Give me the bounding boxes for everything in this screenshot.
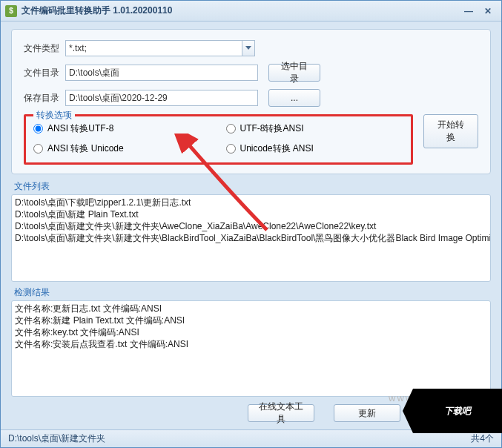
list-item[interactable]: D:\tools\桌面\新建文件夹\新建文件夹\BlackBirdTool_Xi… — [15, 232, 487, 244]
list-item[interactable]: D:\tools\桌面\下载吧\zipper1.2.1\更新日志.txt — [15, 197, 487, 208]
file-type-label: 文件类型 — [24, 42, 65, 55]
convert-options-fieldset: 转换选项 ANSI 转换UTF-8 UTF-8转换ANSI ANSI 转换 — [24, 114, 413, 165]
result-group: 检测结果 文件名称:更新日志.txt 文件编码:ANSI文件名称:新建 Plai… — [11, 286, 491, 397]
file-type-dropdown-button[interactable] — [242, 40, 255, 56]
radio-ansi-to-unicode-input[interactable] — [33, 144, 43, 154]
file-type-input[interactable] — [65, 40, 242, 56]
file-dir-label: 文件目录 — [24, 67, 65, 79]
window-title: 文件编码批里转换助手 1.01.20200110 — [22, 4, 458, 17]
file-dir-input[interactable] — [65, 65, 258, 81]
list-item[interactable]: D:\tools\桌面\新建 Plain Text.txt — [15, 208, 487, 220]
radio-ansi-to-utf8[interactable]: ANSI 转换UTF-8 — [33, 122, 211, 135]
minimize-button[interactable]: — — [460, 4, 478, 18]
radio-ansi-to-unicode[interactable]: ANSI 转换 Unicode — [33, 142, 211, 155]
online-tool-button[interactable]: 在线文本工具 — [248, 404, 314, 422]
list-item[interactable]: 文件名称:新建 Plain Text.txt 文件编码:ANSI — [15, 314, 487, 326]
list-item[interactable]: 文件名称:安装后点我查看.txt 文件编码:ANSI — [15, 338, 487, 350]
app-icon: $ — [5, 5, 17, 17]
radio-label: ANSI 转换 Unicode — [47, 142, 124, 155]
file-list-box[interactable]: D:\tools\桌面\下载吧\zipper1.2.1\更新日志.txtD:\t… — [11, 194, 491, 282]
save-dir-row: 保存目录 ... — [24, 89, 478, 107]
list-item[interactable]: 文件名称:key.txt 文件编码:ANSI — [15, 326, 487, 338]
select-dir-button[interactable]: 选中目录 — [268, 64, 320, 82]
radio-unicode-to-ansi-input[interactable] — [226, 144, 236, 154]
list-item[interactable]: D:\tools\桌面\新建文件夹\新建文件夹\AweClone_XiaZaiB… — [15, 220, 487, 232]
radio-ansi-to-utf8-input[interactable] — [33, 124, 43, 134]
file-type-row: 文件类型 — [24, 40, 478, 56]
save-dir-input[interactable] — [65, 90, 258, 106]
save-dir-label: 保存目录 — [24, 92, 65, 105]
chevron-down-icon — [245, 46, 251, 50]
titlebar: $ 文件编码批里转换助手 1.01.20200110 — ✕ — [1, 1, 501, 22]
file-list-title: 文件列表 — [11, 180, 491, 193]
browse-button[interactable]: ... — [268, 89, 320, 107]
update-button[interactable]: 更新 — [334, 404, 400, 422]
app-window: $ 文件编码批里转换助手 1.01.20200110 — ✕ 文件类型 文件目录… — [0, 0, 502, 448]
radio-label: ANSI 转换UTF-8 — [47, 122, 113, 135]
svg-marker-0 — [245, 46, 251, 50]
file-list-group: 文件列表 D:\tools\桌面\下载吧\zipper1.2.1\更新日志.tx… — [11, 180, 491, 282]
radio-label: UTF-8转换ANSI — [240, 122, 304, 135]
result-title: 检测结果 — [11, 286, 491, 299]
content-area: 文件类型 文件目录 选中目录 保存目录 ... 转换选项 — [1, 22, 501, 429]
radio-utf8-to-ansi[interactable]: UTF-8转换ANSI — [226, 122, 404, 135]
close-button[interactable]: ✕ — [479, 4, 497, 18]
list-item[interactable]: 文件名称:更新日志.txt 文件编码:ANSI — [15, 303, 487, 314]
start-convert-button[interactable]: 开始转换 — [423, 114, 478, 148]
result-list-box[interactable]: 文件名称:更新日志.txt 文件编码:ANSI文件名称:新建 Plain Tex… — [11, 300, 491, 397]
radio-unicode-to-ansi[interactable]: Unicode转换 ANSI — [226, 142, 404, 155]
options-legend: 转换选项 — [33, 109, 75, 122]
status-path: D:\tools\桌面\新建文件夹 — [8, 432, 105, 445]
config-panel: 文件类型 文件目录 选中目录 保存目录 ... 转换选项 — [11, 29, 491, 174]
site-logo-overlay: 下载吧 — [413, 389, 502, 433]
options-row: 转换选项 ANSI 转换UTF-8 UTF-8转换ANSI ANSI 转换 — [24, 114, 478, 165]
status-count: 共4个 — [471, 432, 494, 445]
file-dir-row: 文件目录 选中目录 — [24, 64, 478, 82]
radio-label: Unicode转换 ANSI — [240, 142, 314, 155]
radio-utf8-to-ansi-input[interactable] — [226, 124, 236, 134]
